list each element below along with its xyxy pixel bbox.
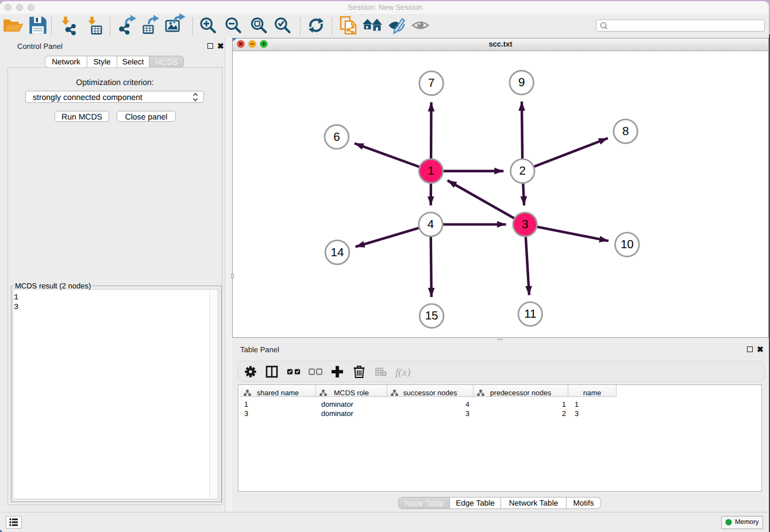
- svg-text:15: 15: [425, 309, 438, 322]
- svg-text:2: 2: [519, 164, 526, 178]
- svg-text:8: 8: [622, 125, 629, 138]
- svg-text:1: 1: [428, 164, 434, 178]
- svg-text:f(x): f(x): [395, 367, 410, 379]
- svg-text:3: 3: [522, 218, 528, 231]
- svg-text:9: 9: [518, 76, 525, 89]
- svg-text:7: 7: [428, 76, 434, 90]
- svg-text:4: 4: [428, 218, 434, 231]
- svg-text:10: 10: [621, 238, 634, 251]
- svg-text:11: 11: [524, 307, 536, 321]
- svg-text:14: 14: [331, 246, 344, 259]
- svg-text:6: 6: [333, 130, 340, 144]
